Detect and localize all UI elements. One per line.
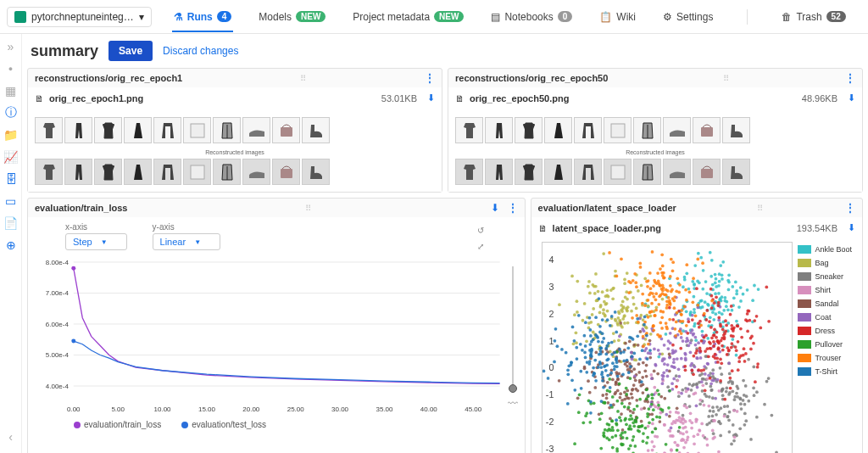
drag-handle-icon[interactable]: ⠿ bbox=[300, 74, 308, 83]
svg-point-70 bbox=[731, 338, 734, 341]
svg-point-343 bbox=[747, 400, 750, 403]
svg-point-461 bbox=[732, 439, 736, 443]
svg-point-1164 bbox=[576, 411, 580, 414]
folder-icon[interactable]: 📁 bbox=[3, 127, 19, 143]
download-icon[interactable]: ⬇ bbox=[427, 92, 435, 103]
nav-runs[interactable]: ⚗ Runs 4 bbox=[172, 3, 234, 31]
dot-icon[interactable]: ● bbox=[3, 61, 19, 76]
svg-point-378 bbox=[708, 410, 711, 413]
card-menu-icon[interactable]: ⋮ bbox=[508, 202, 518, 214]
save-button[interactable]: Save bbox=[108, 41, 153, 61]
svg-point-1212 bbox=[659, 267, 662, 271]
svg-point-916 bbox=[728, 313, 732, 316]
terminal-icon[interactable]: ▭ bbox=[3, 193, 19, 209]
svg-point-1289 bbox=[641, 335, 644, 338]
thumbnail bbox=[693, 159, 721, 185]
svg-point-297 bbox=[581, 319, 584, 322]
svg-point-1116 bbox=[658, 416, 661, 419]
nav-settings[interactable]: ⚙ Settings bbox=[661, 3, 715, 31]
svg-point-448 bbox=[681, 389, 684, 392]
svg-point-630 bbox=[557, 379, 560, 383]
discard-link[interactable]: Discard changes bbox=[163, 45, 238, 57]
svg-point-1095 bbox=[616, 428, 620, 432]
wave-icon[interactable]: 〰 bbox=[508, 398, 518, 410]
info-icon[interactable]: ⓘ bbox=[3, 105, 19, 120]
svg-point-1420 bbox=[643, 316, 646, 319]
svg-point-1439 bbox=[570, 378, 574, 382]
stack-icon[interactable]: ▦ bbox=[3, 83, 19, 98]
svg-point-802 bbox=[686, 387, 689, 390]
svg-point-463 bbox=[727, 393, 731, 396]
nav-metadata[interactable]: Project metadata NEW bbox=[351, 3, 465, 31]
download-icon[interactable]: ⬇ bbox=[848, 222, 855, 233]
svg-point-602 bbox=[646, 449, 649, 452]
drag-handle-icon[interactable]: ⠿ bbox=[305, 204, 313, 213]
svg-point-1419 bbox=[615, 331, 618, 334]
svg-point-575 bbox=[682, 433, 685, 436]
add-icon[interactable]: ⊕ bbox=[3, 238, 19, 253]
download-icon[interactable]: ⬇ bbox=[848, 92, 855, 103]
project-selector[interactable]: pytorchneptuneinteg… ▾ bbox=[7, 7, 152, 27]
svg-point-1447 bbox=[566, 402, 570, 405]
drag-handle-icon[interactable]: ⠿ bbox=[723, 74, 731, 83]
svg-point-114 bbox=[714, 312, 717, 316]
svg-text:5.00: 5.00 bbox=[111, 405, 125, 413]
svg-point-1397 bbox=[605, 318, 609, 322]
svg-point-435 bbox=[715, 413, 718, 417]
smoothing-slider[interactable] bbox=[512, 266, 514, 393]
svg-point-341 bbox=[711, 432, 715, 435]
svg-point-529 bbox=[693, 392, 697, 395]
expand-sidebar-icon[interactable]: » bbox=[3, 39, 19, 54]
separator bbox=[747, 9, 748, 25]
expand-icon[interactable]: ⤢ bbox=[477, 242, 484, 251]
svg-point-1366 bbox=[632, 352, 636, 355]
svg-point-428 bbox=[728, 379, 732, 383]
svg-text:20.00: 20.00 bbox=[242, 405, 259, 413]
svg-point-944 bbox=[734, 349, 737, 352]
svg-point-777 bbox=[688, 341, 692, 344]
reset-icon[interactable]: ↺ bbox=[477, 226, 484, 235]
svg-point-582 bbox=[713, 436, 716, 439]
chart-line-icon[interactable]: 📈 bbox=[3, 149, 19, 165]
nav-models[interactable]: Models NEW bbox=[257, 3, 327, 31]
thumbnail bbox=[633, 159, 661, 185]
svg-point-653 bbox=[587, 391, 591, 394]
svg-point-1152 bbox=[657, 404, 660, 407]
svg-point-854 bbox=[676, 367, 680, 371]
svg-point-533 bbox=[654, 405, 657, 409]
svg-point-547 bbox=[688, 419, 692, 422]
x-axis-label: x-axis bbox=[65, 222, 127, 232]
card-menu-icon[interactable]: ⋮ bbox=[845, 72, 855, 84]
svg-point-1252 bbox=[670, 269, 674, 272]
svg-point-396 bbox=[743, 412, 747, 416]
svg-point-983 bbox=[724, 319, 727, 322]
svg-point-731 bbox=[613, 392, 616, 395]
svg-point-179 bbox=[722, 309, 726, 312]
svg-point-1123 bbox=[573, 442, 576, 445]
svg-point-1160 bbox=[631, 439, 634, 442]
svg-point-900 bbox=[729, 346, 732, 350]
flask-icon: ⚗ bbox=[174, 11, 183, 23]
database-icon[interactable]: 🗄 bbox=[3, 171, 19, 187]
svg-point-175 bbox=[725, 300, 728, 304]
card-menu-icon[interactable]: ⋮ bbox=[845, 202, 855, 214]
svg-text:30.00: 30.00 bbox=[331, 405, 348, 413]
svg-point-960 bbox=[703, 389, 706, 392]
document-icon[interactable]: 📄 bbox=[3, 215, 19, 231]
nav-wiki[interactable]: 📋 Wiki bbox=[598, 3, 637, 31]
card-menu-icon[interactable]: ⋮ bbox=[425, 72, 435, 84]
collapse-icon[interactable]: ‹ bbox=[3, 429, 19, 445]
svg-point-270 bbox=[590, 313, 593, 316]
x-axis-select[interactable]: Step bbox=[65, 233, 127, 250]
download-icon[interactable]: ⬇ bbox=[491, 202, 499, 214]
svg-point-1240 bbox=[670, 258, 673, 261]
svg-point-189 bbox=[575, 299, 578, 303]
drag-handle-icon[interactable]: ⠿ bbox=[757, 204, 765, 213]
y-axis-select[interactable]: Linear bbox=[153, 233, 221, 250]
svg-point-718 bbox=[601, 394, 604, 397]
svg-point-440 bbox=[674, 374, 677, 378]
nav-trash[interactable]: 🗑 Trash 52 bbox=[780, 3, 847, 31]
nav-notebooks[interactable]: ▤ Notebooks 0 bbox=[489, 3, 574, 31]
svg-point-170 bbox=[735, 320, 738, 323]
svg-point-761 bbox=[665, 363, 669, 366]
